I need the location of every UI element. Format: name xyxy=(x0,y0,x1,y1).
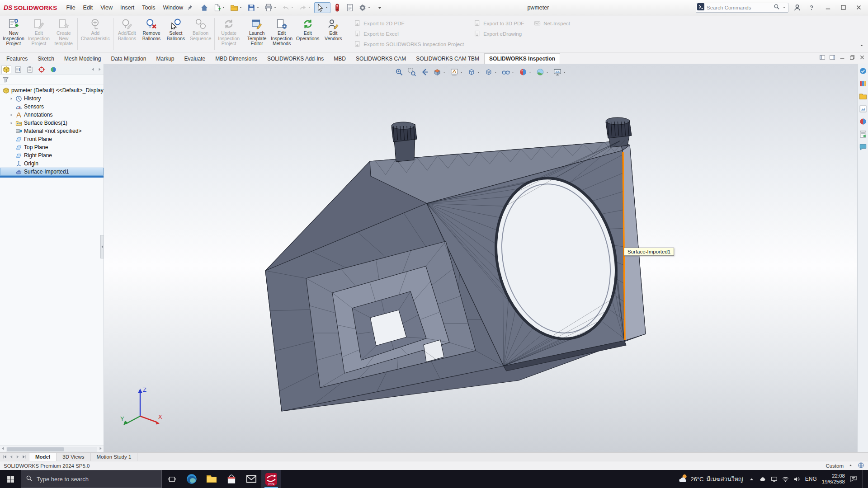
edit-appearance-button[interactable] xyxy=(518,67,533,77)
ribbon-collapse-button[interactable] xyxy=(859,42,864,49)
custom-properties-button[interactable] xyxy=(859,130,868,139)
tab-features[interactable]: Features xyxy=(1,53,33,64)
design-library-button[interactable] xyxy=(859,79,868,88)
language-indicator[interactable]: ENG xyxy=(805,476,817,482)
tab-evaluate[interactable]: Evaluate xyxy=(179,53,210,64)
menu-view[interactable]: View xyxy=(97,3,116,13)
document-tab-motion-study-1[interactable]: Motion Study 1 xyxy=(91,453,138,461)
search-caret-slot[interactable] xyxy=(782,5,786,11)
menu-insert[interactable]: Insert xyxy=(117,3,138,13)
search-mag-slot[interactable] xyxy=(774,4,780,11)
hide-show-items-button[interactable] xyxy=(500,67,516,77)
tab-solidworks-inspection[interactable]: SOLIDWORKS Inspection xyxy=(484,53,560,64)
scrollbar-track[interactable] xyxy=(6,447,97,452)
pane-right-icon[interactable] xyxy=(829,54,835,61)
zoom-fit-button[interactable] xyxy=(394,67,405,77)
pane-left-icon[interactable] xyxy=(819,54,826,61)
mail-button[interactable] xyxy=(241,470,261,488)
open-folder-button[interactable] xyxy=(228,2,245,13)
print-button[interactable] xyxy=(263,2,279,13)
ribbon-edit-vendors[interactable]: Edit Vendors xyxy=(321,16,345,52)
units-caret-slot[interactable] xyxy=(848,463,853,469)
apply-scene-button[interactable] xyxy=(535,67,551,77)
displaymanager-tab[interactable] xyxy=(48,65,58,74)
previous-view-button[interactable] xyxy=(419,67,430,77)
nav-next-icon[interactable] xyxy=(98,446,103,451)
pin-icon[interactable] xyxy=(187,5,193,10)
caret-up-white-icon[interactable] xyxy=(748,476,755,483)
ribbon-edit-inspection-methods[interactable]: Edit Inspection Methods xyxy=(269,16,294,52)
annotation-views-button[interactable] xyxy=(449,67,465,77)
action-center-button[interactable] xyxy=(850,475,857,483)
windows-search-box[interactable]: Type here to search xyxy=(21,470,162,488)
file-properties-button[interactable] xyxy=(344,2,356,13)
close-button[interactable] xyxy=(851,2,866,14)
menu-file[interactable]: File xyxy=(62,3,79,13)
tree-item-right-plane[interactable]: Right Plane xyxy=(0,151,104,160)
volume-icon[interactable] xyxy=(793,476,800,483)
tree-item-sensors[interactable]: Sensors xyxy=(0,103,104,111)
ribbon-new-inspection-project[interactable]: New Inspection Project xyxy=(1,16,26,52)
forum-button[interactable] xyxy=(859,142,868,151)
scroll-right-button[interactable] xyxy=(98,446,103,452)
tab-data-migration[interactable]: Data Migration xyxy=(106,53,151,64)
ribbon-remove-balloons[interactable]: Remove Balloons xyxy=(139,16,164,52)
document-tab-3d-views[interactable]: 3D Views xyxy=(57,453,90,461)
account-button[interactable] xyxy=(791,2,803,13)
view-orientation-button[interactable] xyxy=(466,67,482,77)
tree-item-surface-bodies-1[interactable]: Surface Bodies(1) xyxy=(0,119,104,127)
rebuild-button[interactable] xyxy=(331,2,343,13)
caret-up-icon[interactable] xyxy=(859,42,864,48)
tab-solidworks-add-ins[interactable]: SOLIDWORKS Add-Ins xyxy=(262,53,329,64)
nav-prev-icon[interactable] xyxy=(90,67,95,72)
section-view-button[interactable] xyxy=(432,67,448,77)
doc-restore-icon[interactable] xyxy=(849,54,855,61)
maximize-button[interactable] xyxy=(835,2,851,14)
globe-status-icon[interactable] xyxy=(858,462,864,469)
propertymanager-tab[interactable] xyxy=(13,65,23,74)
ribbon-edit-operations[interactable]: Edit Operations xyxy=(294,16,321,52)
status-globe-slot[interactable] xyxy=(858,462,864,469)
nav-last-icon[interactable] xyxy=(21,454,27,460)
tab-markup[interactable]: Markup xyxy=(151,53,179,64)
filter-funnel-icon[interactable] xyxy=(2,76,9,83)
tab-mesh-modeling[interactable]: Mesh Modeling xyxy=(59,53,106,64)
tab-mbd-dimensions[interactable]: MBD Dimensions xyxy=(210,53,262,64)
collapse-left-icon[interactable] xyxy=(100,244,104,249)
nav-first-icon[interactable] xyxy=(2,454,8,460)
expand-arrow-icon[interactable] xyxy=(9,121,14,125)
clock[interactable]: 22:08 19/6/2568 xyxy=(822,473,845,485)
start-button[interactable] xyxy=(0,470,21,488)
configurationmanager-tab[interactable] xyxy=(25,65,35,74)
menu-window[interactable]: Window xyxy=(159,3,186,13)
expand-arrow-icon[interactable] xyxy=(9,113,14,117)
weather-widget[interactable]: 26°C มีเมฆส่วนใหญ่ xyxy=(678,474,743,484)
nav-prev-icon[interactable] xyxy=(9,454,14,460)
menu-tools[interactable]: Tools xyxy=(138,3,159,13)
menu-edit[interactable]: Edit xyxy=(80,3,97,13)
graphics-viewport[interactable]: Surface-Imported1 Z X Y xyxy=(104,64,857,452)
tree-item-front-plane[interactable]: Front Plane xyxy=(0,135,104,143)
doc-minimize-icon[interactable] xyxy=(839,54,845,61)
zoom-area-button[interactable] xyxy=(406,67,418,77)
show-desktop-button[interactable] xyxy=(862,470,864,488)
view-palette-button[interactable] xyxy=(859,104,868,113)
explorer-folder-button[interactable] xyxy=(202,470,222,488)
view-settings-button[interactable] xyxy=(552,67,568,77)
ribbon-launch-template-editor[interactable]: Launch Template Editor xyxy=(245,16,269,52)
panel-splitter-grip[interactable] xyxy=(100,235,104,258)
caret-down-icon[interactable] xyxy=(782,5,786,9)
dimxpertmanager-tab[interactable] xyxy=(37,65,47,74)
new-document-button[interactable] xyxy=(211,2,227,13)
search-input[interactable]: Search Commands xyxy=(707,5,771,10)
task-view-button[interactable] xyxy=(162,470,182,488)
appearances-scenes-button[interactable] xyxy=(859,117,868,126)
ribbon-select-balloons[interactable]: Select Balloons xyxy=(164,16,188,52)
tab-sketch[interactable]: Sketch xyxy=(33,53,59,64)
3d-model-mesh[interactable] xyxy=(104,64,857,452)
home-button[interactable] xyxy=(198,2,210,13)
tree-item-origin[interactable]: Origin xyxy=(0,160,104,168)
units-selector[interactable]: Custom xyxy=(826,463,844,469)
minimize-button[interactable] xyxy=(820,2,835,14)
scroll-left-button[interactable] xyxy=(0,446,5,452)
